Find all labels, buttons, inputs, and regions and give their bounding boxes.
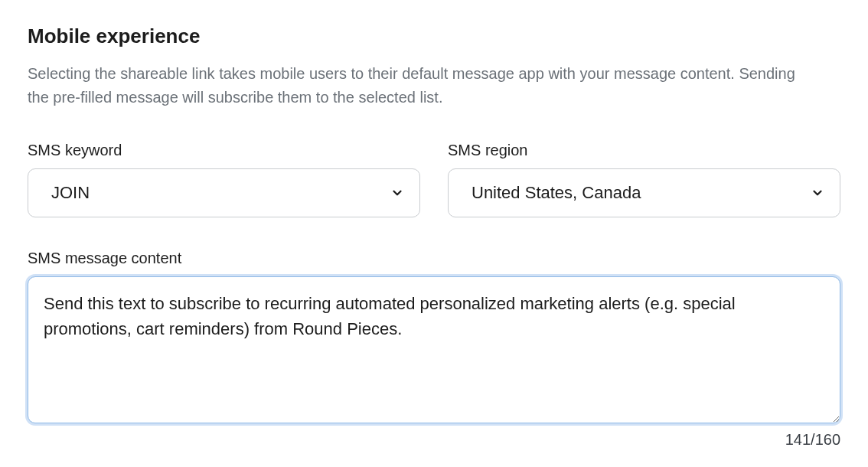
sms-keyword-field: SMS keyword JOIN: [28, 142, 420, 217]
sms-region-select[interactable]: United States, Canada: [448, 168, 840, 217]
chevron-down-icon: [811, 186, 824, 200]
sms-keyword-value: JOIN: [51, 183, 90, 203]
section-title: Mobile experience: [28, 24, 840, 48]
sms-message-field: SMS message content 141/160: [28, 250, 840, 449]
sms-region-label: SMS region: [448, 142, 840, 159]
section-description: Selecting the shareable link takes mobil…: [28, 62, 808, 109]
chevron-down-icon: [390, 186, 404, 200]
sms-message-wrap: [28, 276, 840, 426]
select-row: SMS keyword JOIN SMS region United State…: [28, 142, 840, 217]
sms-keyword-select[interactable]: JOIN: [28, 168, 420, 217]
char-count: 141/160: [28, 431, 840, 449]
sms-keyword-label: SMS keyword: [28, 142, 420, 159]
sms-region-field: SMS region United States, Canada: [448, 142, 840, 217]
sms-region-value: United States, Canada: [472, 183, 641, 203]
sms-message-textarea[interactable]: [28, 276, 840, 423]
sms-message-label: SMS message content: [28, 250, 840, 267]
